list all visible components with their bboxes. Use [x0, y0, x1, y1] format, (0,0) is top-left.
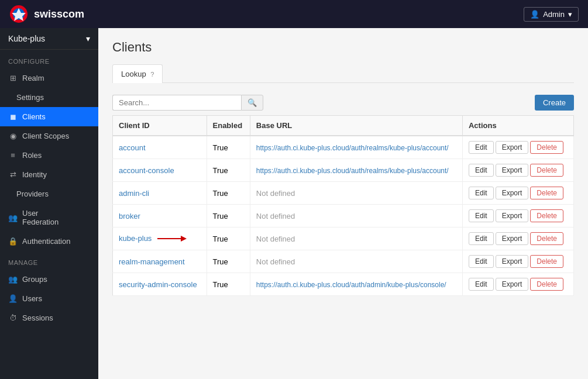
manage-section-label: Manage	[0, 251, 98, 270]
identity-icon: ⇄	[8, 170, 18, 179]
table-row: realm-managementTrueNot definedEditExpor…	[113, 250, 574, 273]
delete-button[interactable]: Delete	[530, 255, 563, 268]
realm-label: Kube-plus	[8, 34, 45, 43]
create-button[interactable]: Create	[535, 95, 574, 111]
edit-button[interactable]: Edit	[469, 209, 494, 222]
base-url-cell: https://auth.ci.kube-plus.cloud/auth/adm…	[250, 273, 462, 296]
delete-button[interactable]: Delete	[530, 209, 563, 222]
search-button[interactable]: 🔍	[241, 95, 263, 111]
table-row: account-consoleTruehttps://auth.ci.kube-…	[113, 159, 574, 182]
client-id-cell: security-admin-console	[113, 273, 207, 296]
client-id-link[interactable]: kube-plus	[119, 234, 152, 243]
chevron-down-icon: ▾	[568, 10, 572, 19]
user-label: Admin	[543, 10, 565, 19]
edit-button[interactable]: Edit	[469, 164, 494, 177]
base-url-cell: https://auth.ci.kube-plus.cloud/auth/rea…	[250, 136, 462, 159]
table-row: security-admin-consoleTruehttps://auth.c…	[113, 273, 574, 296]
base-url-cell: Not defined	[250, 228, 462, 250]
table-row: admin-cliTrueNot definedEditExportDelete	[113, 182, 574, 205]
roles-icon: ≡	[8, 151, 18, 160]
base-url-link[interactable]: https://auth.ci.kube-plus.cloud/auth/rea…	[256, 167, 449, 175]
sidebar: Kube-plus ▾ Configure ⊞ Realm Settings ◼…	[0, 28, 98, 379]
sidebar-item-roles[interactable]: ≡ Roles	[0, 146, 98, 165]
sidebar-item-authentication-label: Authentication	[22, 237, 70, 246]
sidebar-item-settings[interactable]: Settings	[0, 88, 98, 107]
brand-name: swisscom	[34, 8, 84, 20]
client-id-link[interactable]: account-console	[119, 166, 174, 175]
delete-button[interactable]: Delete	[530, 278, 563, 291]
sidebar-item-realm-label: Realm	[22, 74, 44, 82]
base-url-link[interactable]: https://auth.ci.kube-plus.cloud/auth/adm…	[256, 281, 446, 289]
delete-button[interactable]: Delete	[530, 141, 563, 154]
client-id-cell: realm-management	[113, 250, 207, 273]
export-button[interactable]: Export	[496, 141, 529, 154]
sidebar-item-authentication[interactable]: 🔒 Authentication	[0, 232, 98, 251]
lock-icon: 🔒	[8, 237, 18, 246]
client-id-cell: account-console	[113, 159, 207, 182]
col-client-id: Client ID	[113, 116, 207, 136]
red-arrow-annotation	[156, 234, 188, 244]
sidebar-item-realm[interactable]: ⊞ Realm	[0, 68, 98, 88]
client-id-link[interactable]: broker	[119, 212, 140, 220]
brand: swisscom	[9, 5, 84, 23]
realm-chevron: ▾	[86, 34, 90, 43]
edit-button[interactable]: Edit	[469, 141, 494, 154]
edit-button[interactable]: Edit	[469, 187, 494, 199]
sidebar-item-settings-label: Settings	[16, 93, 44, 102]
client-id-cell: admin-cli	[113, 182, 207, 205]
swisscom-logo	[9, 5, 28, 23]
user-menu[interactable]: 👤 Admin ▾	[524, 7, 579, 22]
sidebar-item-groups[interactable]: 👥 Groups	[0, 270, 98, 289]
sidebar-item-sessions[interactable]: ⏱ Sessions	[0, 308, 98, 328]
export-button[interactable]: Export	[496, 278, 529, 291]
sidebar-item-clients[interactable]: ◼ Clients	[0, 107, 98, 126]
col-base-url: Base URL	[250, 116, 462, 136]
delete-button[interactable]: Delete	[530, 232, 563, 245]
client-id-link[interactable]: account	[119, 143, 146, 152]
delete-button[interactable]: Delete	[530, 187, 563, 199]
edit-button[interactable]: Edit	[469, 278, 494, 291]
sidebar-item-providers[interactable]: Providers	[0, 184, 98, 204]
enabled-cell: True	[207, 136, 250, 159]
tab-bar: Lookup ?	[112, 64, 574, 83]
export-button[interactable]: Export	[496, 164, 529, 177]
enabled-cell: True	[207, 205, 250, 228]
sidebar-item-users[interactable]: 👤 Users	[0, 289, 98, 308]
tab-lookup[interactable]: Lookup ?	[112, 64, 163, 83]
sidebar-item-groups-label: Groups	[22, 275, 47, 284]
enabled-cell: True	[207, 228, 250, 250]
export-button[interactable]: Export	[496, 255, 529, 268]
edit-button[interactable]: Edit	[469, 232, 494, 245]
search-input[interactable]	[112, 95, 241, 111]
client-id-cell: broker	[113, 205, 207, 228]
table-row: brokerTrueNot definedEditExportDelete	[113, 205, 574, 228]
realm-selector[interactable]: Kube-plus ▾	[0, 28, 98, 50]
export-button[interactable]: Export	[496, 209, 529, 222]
actions-cell: EditExportDelete	[462, 205, 573, 228]
base-url-link[interactable]: https://auth.ci.kube-plus.cloud/auth/rea…	[256, 144, 449, 152]
sessions-icon: ⏱	[8, 313, 18, 322]
actions-cell: EditExportDelete	[462, 228, 573, 250]
client-id-cell: kube-plus	[113, 228, 207, 250]
col-enabled: Enabled	[207, 116, 250, 136]
realm-icon: ⊞	[8, 74, 18, 82]
base-url-cell: https://auth.ci.kube-plus.cloud/auth/rea…	[250, 159, 462, 182]
actions-cell: EditExportDelete	[462, 273, 573, 296]
export-button[interactable]: Export	[496, 232, 529, 245]
edit-button[interactable]: Edit	[469, 255, 494, 268]
svg-marker-4	[181, 236, 187, 242]
main-layout: Kube-plus ▾ Configure ⊞ Realm Settings ◼…	[0, 28, 588, 379]
base-url-cell: Not defined	[250, 182, 462, 205]
delete-button[interactable]: Delete	[530, 164, 563, 177]
tab-help-icon: ?	[150, 71, 154, 78]
client-id-link[interactable]: realm-management	[119, 257, 185, 266]
sidebar-item-user-federation[interactable]: 👥 UserFederation	[0, 204, 98, 232]
table-row: accountTruehttps://auth.ci.kube-plus.clo…	[113, 136, 574, 159]
sidebar-item-client-scopes[interactable]: ◉ Client Scopes	[0, 126, 98, 146]
sidebar-item-identity[interactable]: ⇄ Identity	[0, 165, 98, 184]
sidebar-item-users-label: Users	[22, 294, 42, 303]
export-button[interactable]: Export	[496, 187, 529, 199]
client-id-link[interactable]: admin-cli	[119, 189, 149, 198]
enabled-cell: True	[207, 182, 250, 205]
client-id-link[interactable]: security-admin-console	[119, 280, 197, 289]
